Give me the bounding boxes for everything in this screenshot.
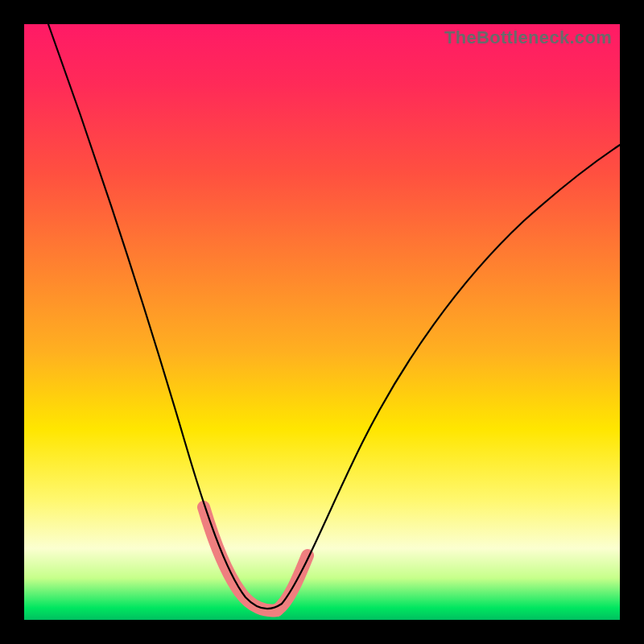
chart-frame: TheBottleneck.com: [0, 0, 644, 644]
highlight-right-ascent: [277, 555, 308, 610]
plot-area: TheBottleneck.com: [24, 24, 620, 620]
main-curve: [48, 24, 620, 609]
curve-layer: [24, 24, 620, 620]
